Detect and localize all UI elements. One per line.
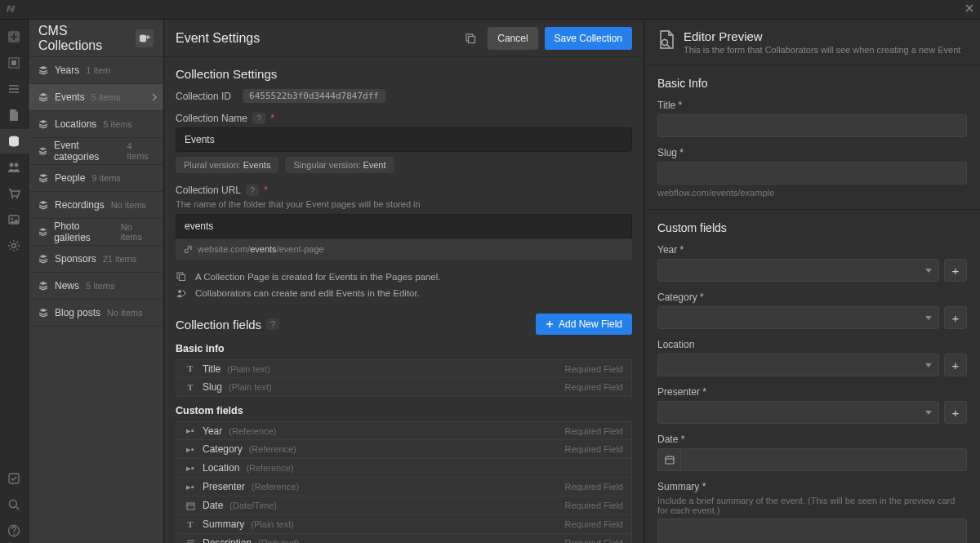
collection-url-input[interactable] (176, 214, 632, 238)
stack-icon (38, 173, 48, 183)
preview-year-label: Year * (657, 244, 967, 256)
stack-icon (38, 308, 48, 318)
preview-summary-hint: Include a brief summary of the event. (T… (657, 496, 967, 515)
collection-item[interactable]: Locations 5 items (29, 111, 163, 138)
field-row[interactable]: ▸▪Year (Reference)Required Field (176, 421, 632, 440)
field-row[interactable]: TSlug (Plain text)Required Field (176, 378, 632, 397)
field-type: (Reference) (229, 426, 276, 436)
elements-icon[interactable] (0, 51, 29, 75)
collection-item-name: Blog posts (55, 307, 100, 318)
preview-date-label: Date * (657, 434, 967, 445)
svg-point-20 (178, 290, 181, 293)
svg-point-5 (15, 163, 19, 167)
collection-item[interactable]: Events 5 items (29, 84, 163, 111)
collection-item[interactable]: News 5 items (29, 273, 163, 300)
help-icon[interactable]: ? (266, 318, 279, 330)
preview-title: Editor Preview (684, 29, 960, 43)
svg-point-24 (662, 40, 668, 46)
field-name: Category (203, 443, 243, 455)
field-name: Slug (203, 381, 222, 393)
field-row[interactable]: ▸▪Location (Reference) (176, 459, 632, 478)
collection-item[interactable]: Years 1 item (29, 57, 163, 84)
collection-item[interactable]: Sponsors 21 items (29, 246, 163, 273)
collection-item[interactable]: Recordings No items (29, 192, 163, 219)
save-collection-button[interactable]: Save Collection (545, 27, 632, 50)
collection-item-name: Locations (55, 118, 96, 130)
settings-panel: Event Settings Cancel Save Collection Co… (164, 20, 644, 543)
collection-url-hint: The name of the folder that your Event p… (176, 199, 632, 209)
field-row[interactable]: Description (Rich text)Required Field (176, 534, 632, 543)
preview-doc-icon (657, 29, 675, 55)
svg-point-10 (12, 244, 16, 248)
collection-item[interactable]: Blog posts No items (29, 300, 163, 327)
duplicate-icon[interactable] (460, 28, 481, 49)
field-row[interactable]: TTitle (Plain text)Required Field (176, 359, 632, 378)
add-element-icon[interactable] (0, 24, 29, 49)
preview-presenter-add-button[interactable]: + (944, 401, 967, 424)
stack-icon (38, 254, 48, 264)
preview-category-select[interactable] (657, 306, 939, 329)
ecommerce-icon[interactable] (0, 181, 29, 206)
settings-title: Event Settings (176, 31, 260, 46)
field-row[interactable]: TSummary (Plain text)Required Field (176, 515, 632, 534)
svg-point-7 (16, 197, 18, 198)
preview-year-add-button[interactable]: + (944, 259, 967, 282)
field-row[interactable]: ▸▪Category (Reference)Required Field (176, 440, 632, 459)
svg-point-12 (10, 501, 17, 508)
stack-icon (38, 119, 48, 129)
required-badge: Required Field (564, 382, 623, 392)
users-icon[interactable] (0, 155, 29, 180)
plural-chip: Plural version: Events (176, 157, 278, 173)
basic-info-group-label: Basic info (176, 343, 632, 354)
field-name: Location (203, 462, 239, 474)
search-icon[interactable] (0, 492, 29, 517)
collection-item-meta: 9 items (91, 173, 120, 183)
preview-location-label: Location (657, 339, 967, 350)
topbar (0, 0, 980, 20)
collection-item-name: People (55, 172, 85, 184)
help-icon[interactable] (0, 519, 29, 543)
add-new-field-button[interactable]: Add New Field (536, 314, 632, 335)
collection-id-value[interactable]: 6455522b3f0d3444d7847dff (243, 89, 385, 103)
preview-presenter-label: Presenter * (657, 386, 967, 398)
preview-location-select[interactable] (657, 354, 939, 376)
calendar-icon[interactable] (657, 448, 680, 471)
preview-presenter-select[interactable] (657, 401, 939, 424)
help-icon[interactable]: ? (252, 113, 265, 124)
preview-title-input[interactable] (657, 114, 967, 137)
preview-location-add-button[interactable]: + (944, 354, 967, 376)
svg-point-6 (11, 197, 13, 198)
help-icon[interactable]: ? (246, 185, 259, 196)
collection-name-input[interactable] (176, 127, 632, 152)
field-row[interactable]: Date (Date/Time)Required Field (176, 496, 632, 515)
settings-header: Event Settings Cancel Save Collection (164, 20, 644, 57)
pages-icon[interactable] (0, 103, 29, 127)
preview-slug-input[interactable] (657, 162, 967, 185)
assets-icon[interactable] (0, 207, 29, 232)
preview-summary-textarea[interactable] (657, 519, 967, 543)
preview-date-input[interactable] (680, 448, 967, 471)
new-collection-button[interactable] (136, 29, 154, 47)
collection-item[interactable]: People 9 items (29, 165, 163, 192)
audit-icon[interactable] (0, 466, 29, 491)
field-row[interactable]: ▸▪Presenter (Reference)Required Field (176, 478, 632, 496)
collection-item-name: Sponsors (55, 253, 96, 265)
preview-year-select[interactable] (657, 259, 939, 282)
collection-item-meta: 5 items (91, 92, 120, 102)
collection-item-meta: 1 item (86, 65, 110, 75)
preview-category-label: Category * (657, 292, 967, 303)
field-type: (Rich text) (258, 538, 299, 543)
stack-icon (38, 65, 48, 75)
navigator-icon[interactable] (0, 77, 29, 101)
field-type: (Reference) (249, 444, 296, 454)
collection-item[interactable]: Event categories 4 items (29, 138, 163, 165)
settings-icon[interactable] (0, 234, 29, 258)
cancel-button[interactable]: Cancel (488, 27, 537, 50)
close-panel-button[interactable] (964, 2, 975, 14)
collection-item[interactable]: Photo galleries No items (29, 219, 163, 246)
required-badge: Required Field (564, 426, 623, 436)
collection-url-label: Collection URL (176, 185, 241, 196)
preview-category-add-button[interactable]: + (944, 306, 967, 329)
required-badge: Required Field (564, 444, 623, 454)
cms-icon[interactable] (0, 129, 29, 154)
